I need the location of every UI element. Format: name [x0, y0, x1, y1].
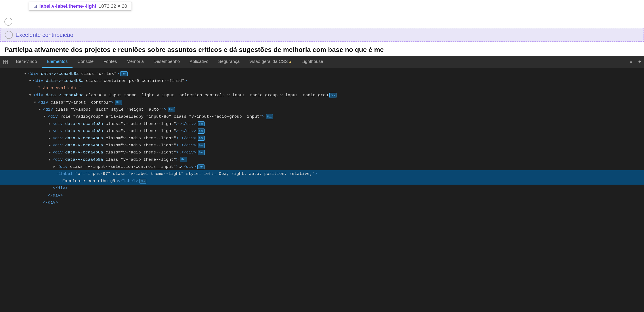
svg-rect-3 [6, 62, 8, 64]
dom-line-content: <div class="v-input__control"> [38, 99, 114, 106]
dom-line-content: </div> [43, 199, 58, 206]
tab-memory[interactable]: Memória [122, 56, 149, 68]
css-overview-badge: ▲ [289, 60, 292, 63]
dom-line-3[interactable]: " Auto Avaliado " [0, 85, 644, 92]
dom-line-content: <div data-v-ccaa4b8a class="v-radio them… [52, 149, 196, 156]
dom-line-5[interactable]: <div class="v-input__control">flex [0, 99, 644, 106]
tree-arrow[interactable] [49, 136, 52, 141]
flex-badge: flex [198, 150, 205, 155]
tooltip-size: 1072.22 × 20 [98, 3, 127, 9]
dom-line-7[interactable]: <div role="radiogroup" aria-labelledby="… [0, 113, 644, 120]
dom-line-2[interactable]: <div data-v-ccaa4b8a class="container px… [0, 77, 644, 84]
tab-css-overview[interactable]: Visão geral da CSS ▲ [244, 56, 297, 68]
element-icon: ⊡ [34, 3, 37, 9]
heading-row: Participa ativamente dos projetos e reun… [0, 42, 644, 56]
flex-badge: flex [198, 143, 205, 148]
flex-badge: flex [198, 129, 205, 134]
tree-arrow[interactable] [49, 150, 52, 155]
flex-badge: flex [120, 71, 127, 76]
tree-arrow[interactable] [34, 100, 38, 105]
flex-badge: flex [198, 122, 205, 127]
tree-arrow[interactable] [29, 78, 33, 83]
dom-line-content: </div> [52, 185, 68, 191]
flex-badge: flex [266, 114, 273, 119]
tree-arrow[interactable] [29, 93, 33, 98]
flex-badge: flex [330, 93, 336, 98]
dom-line-content: <div data-v-ccaa4b8a class="v-radio them… [52, 156, 179, 163]
tree-arrow[interactable] [54, 164, 58, 169]
dom-line-content: <div data-v-ccaa4b8a class="v-radio them… [52, 121, 196, 127]
tab-lighthouse[interactable]: Lighthouse [297, 56, 328, 68]
dom-line-8[interactable]: <div data-v-ccaa4b8a class="v-radio them… [0, 120, 644, 127]
radio-circle-1 [4, 18, 12, 26]
tab-sources[interactable]: Fontes [98, 56, 122, 68]
devtools-panel-icon[interactable] [0, 56, 11, 68]
dom-line-16[interactable]: Excelente contribuição</label>flex [0, 177, 644, 185]
flex-badge: flex [115, 100, 122, 105]
radio-circle-selected [5, 31, 13, 39]
tree-arrow[interactable] [49, 122, 52, 126]
dom-line-content: <div data-v-ccaa4b8a class="v-input them… [33, 92, 328, 99]
tree-arrow[interactable] [44, 114, 48, 119]
flex-badge: flex [168, 107, 175, 112]
dom-line-content: " Auto Avaliado " [38, 85, 81, 91]
dom-line-content: Excelente contribuição</label> [62, 178, 138, 184]
dom-line-content: <div data-v-ccaa4b8a class="v-radio them… [52, 135, 196, 142]
dom-line-18[interactable]: </div> [0, 192, 644, 199]
dom-line-content: <div data-v-ccaa4b8a class="v-radio them… [52, 128, 196, 134]
tab-console[interactable]: Console [72, 56, 98, 68]
dom-line-19[interactable]: </div> [0, 199, 644, 206]
dom-line-17[interactable]: </div> [0, 185, 644, 192]
tab-application[interactable]: Aplicativo [184, 56, 213, 68]
selected-label-row: Excelente contribuição [0, 28, 644, 42]
dom-line-9[interactable]: <div data-v-ccaa4b8a class="v-radio them… [0, 127, 644, 135]
dom-line-13[interactable]: <div data-v-ccaa4b8a class="v-radio them… [0, 156, 644, 163]
flex-badge: flex [139, 179, 146, 184]
flex-badge: flex [180, 157, 187, 162]
elements-panel: <div data-v-ccaa4b8a class="d-flex">flex… [0, 68, 644, 208]
tab-security[interactable]: Segurança [213, 56, 244, 68]
tree-arrow[interactable] [49, 157, 52, 162]
tooltip-selector: label.v-label.theme--light [39, 3, 96, 9]
preview-area: ⊡ label.v-label.theme--light 1072.22 × 2… [0, 0, 644, 56]
dom-line-6[interactable]: <div class="v-input__slot" style="height… [0, 106, 644, 113]
dom-line-11[interactable]: <div data-v-ccaa4b8a class="v-radio them… [0, 142, 644, 149]
svg-rect-2 [4, 62, 5, 64]
dom-line-10[interactable]: <div data-v-ccaa4b8a class="v-radio them… [0, 135, 644, 142]
dom-line-4[interactable]: <div data-v-ccaa4b8a class="v-input them… [0, 92, 644, 99]
tab-welcome[interactable]: Bem-vindo [11, 56, 42, 68]
devtools-tabs-bar: Bem-vindo Elementos Console Fontes Memór… [0, 56, 644, 68]
tree-arrow[interactable] [49, 143, 52, 148]
tab-elements[interactable]: Elementos [42, 56, 73, 68]
dom-line-content: <div class="v-input--selection-controls_… [58, 163, 196, 170]
dom-line-content: <div class="v-input__slot" style="height… [43, 106, 166, 113]
selected-label-text: Excelente contribuição [16, 32, 74, 38]
dom-line-1[interactable]: <div data-v-ccaa4b8a class="d-flex">flex [0, 70, 644, 77]
svg-rect-0 [4, 60, 5, 62]
dom-line-content: <div data-v-ccaa4b8a class="v-radio them… [52, 142, 196, 149]
tree-arrow[interactable] [24, 71, 28, 76]
dom-line-content: <div role="radiogroup" aria-labelledby="… [48, 113, 265, 120]
dom-line-12[interactable]: <div data-v-ccaa4b8a class="v-radio them… [0, 149, 644, 156]
dom-line-15[interactable]: <label for="input-97" class="v-label the… [0, 170, 644, 177]
dom-line-14[interactable]: <div class="v-input--selection-controls_… [0, 163, 644, 170]
heading-text: Participa ativamente dos projetos e reun… [4, 46, 384, 53]
tree-arrow[interactable] [49, 129, 52, 133]
add-tab-button[interactable]: + [635, 56, 644, 68]
more-tabs-button[interactable]: » [626, 56, 635, 68]
dom-line-content: <label for="input-97" class="v-label the… [58, 170, 317, 177]
element-tooltip: ⊡ label.v-label.theme--light 1072.22 × 2… [29, 2, 132, 10]
flex-badge: flex [198, 164, 204, 169]
radio-row-1 [0, 15, 644, 28]
dom-line-content: <div data-v-ccaa4b8a class="container px… [33, 78, 187, 84]
tree-arrow[interactable] [39, 107, 43, 112]
svg-rect-1 [6, 60, 8, 62]
flex-badge: flex [198, 136, 205, 141]
dom-line-content: <div data-v-ccaa4b8a class="d-flex"> [28, 70, 119, 77]
tab-performance[interactable]: Desempenho [148, 56, 184, 68]
dom-line-content: </div> [48, 192, 63, 199]
